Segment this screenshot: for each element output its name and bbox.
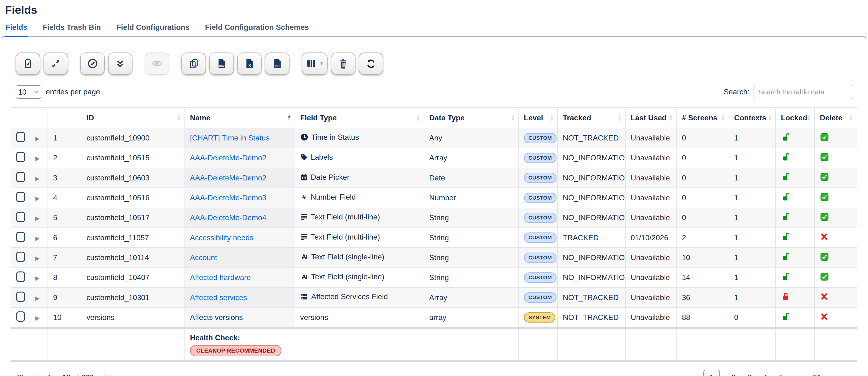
columns-icon <box>306 58 317 69</box>
screens-count-cell: 88 <box>677 307 729 328</box>
field-name-link[interactable]: AAA-DeleteMe-Demo2 <box>190 174 266 182</box>
first-page-button: « <box>673 373 678 376</box>
column-header-contexts[interactable]: Contexts▲▼ <box>729 107 776 128</box>
next-page-button[interactable]: › <box>833 373 835 376</box>
unlocked-icon <box>781 252 790 261</box>
row-expander-icon[interactable]: ▶ <box>35 215 39 221</box>
row-checkbox[interactable] <box>16 132 25 142</box>
page-5-button[interactable]: 5 <box>779 373 783 376</box>
row-expander-icon[interactable]: ▶ <box>35 135 39 142</box>
field-type: Date Picker <box>300 173 349 182</box>
page-2-button[interactable]: 2 <box>731 373 736 376</box>
tab-fields-trash-bin[interactable]: Fields Trash Bin <box>42 22 101 36</box>
level-badge: SYSTEM <box>524 312 556 323</box>
column-header--screens[interactable]: # Screens▲▼ <box>677 107 729 128</box>
field-id-cell: customfield_10114 <box>81 248 185 268</box>
column-label: Delete <box>820 114 842 122</box>
expand-button[interactable] <box>43 53 68 75</box>
field-name-cell: AAA-DeleteMe-Demo2 <box>185 168 295 188</box>
table-row: ▶7customfield_10114AccountAText Field (s… <box>11 248 857 268</box>
tab-field-configurations[interactable]: Field Configurations <box>116 22 190 36</box>
row-expander-icon[interactable]: ▶ <box>35 176 39 182</box>
row-expander-icon[interactable]: ▶ <box>35 295 39 301</box>
delete-cell <box>814 307 857 328</box>
row-select-cell <box>11 228 30 248</box>
row-expander-icon[interactable]: ▶ <box>35 195 39 201</box>
field-name-link[interactable]: AAA-DeleteMe-Demo4 <box>190 213 266 222</box>
columns-button[interactable]: ▼ <box>302 53 328 75</box>
field-name-link[interactable]: Accessibility needs <box>190 233 253 242</box>
page-4-button[interactable]: 4 <box>763 373 768 376</box>
page-1-current-button[interactable]: 1 <box>703 370 720 376</box>
not-deletable-x-icon <box>820 312 829 321</box>
row-number-cell: 6 <box>48 228 81 248</box>
row-expander-icon[interactable]: ▶ <box>35 315 39 321</box>
row-checkbox[interactable] <box>16 192 25 202</box>
row-expander-icon[interactable]: ▶ <box>35 275 39 281</box>
field-type-label: Labels <box>311 153 333 161</box>
level-cell: CUSTOM <box>519 208 558 228</box>
file-excel-icon: X <box>244 58 255 69</box>
row-number-cell: 9 <box>48 287 81 307</box>
page-3-button[interactable]: 3 <box>747 373 751 376</box>
field-type-cell: #Number Field <box>295 188 424 208</box>
last-used-cell: Unavailable <box>625 268 676 287</box>
field-name-link[interactable]: Affected hardware <box>190 273 251 282</box>
row-expander-icon[interactable]: ▶ <box>35 235 39 242</box>
column-header-name[interactable]: Name▲▼ <box>185 107 295 128</box>
chevrons-down-button[interactable] <box>108 53 133 75</box>
column-header-level[interactable]: Level▲▼ <box>519 107 558 128</box>
column-header-locked[interactable]: Locked▲▼ <box>776 107 814 128</box>
copy-button[interactable] <box>181 53 206 75</box>
fields-table: ID▲▼Name▲▼Field Type▲▼Data Type▲▼Level▲▼… <box>11 107 857 362</box>
row-expander-cell: ▶ <box>30 188 48 208</box>
row-checkbox[interactable] <box>16 152 25 162</box>
trash-button[interactable] <box>331 53 355 75</box>
dropdown-caret-icon: ▼ <box>319 61 324 66</box>
row-checkbox[interactable] <box>16 232 25 242</box>
tab-field-configuration-schemes[interactable]: Field Configuration Schemes <box>204 22 309 36</box>
row-expander-icon[interactable]: ▶ <box>35 255 39 261</box>
page-length-select[interactable]: 10 <box>16 85 41 98</box>
page-21-button[interactable]: 21 <box>813 373 821 376</box>
copy-icon <box>188 58 199 69</box>
last-page-button[interactable]: » <box>847 373 851 376</box>
field-name-link[interactable]: Affected services <box>190 293 247 302</box>
file-csv-button[interactable]: CSV <box>209 53 234 75</box>
field-name-link[interactable]: [CHART] Time in Status <box>190 134 269 142</box>
column-header-id[interactable]: ID▲▼ <box>81 107 185 128</box>
column-header-last-used[interactable]: Last Used▲▼ <box>625 107 676 128</box>
field-name-link[interactable]: Account <box>190 253 217 262</box>
row-checkbox[interactable] <box>16 172 25 182</box>
field-type-calendar-icon <box>300 173 308 181</box>
level-badge: CUSTOM <box>524 133 557 143</box>
column-header-delete[interactable]: Delete▲▼ <box>814 107 857 128</box>
file-pdf-button[interactable]: PDF <box>265 53 289 75</box>
row-checkbox[interactable] <box>16 212 25 222</box>
field-name-link[interactable]: AAA-DeleteMe-Demo2 <box>190 154 266 162</box>
file-excel-button[interactable]: X <box>237 53 262 75</box>
row-checkbox[interactable] <box>16 252 25 262</box>
search-input[interactable] <box>753 85 852 99</box>
tracked-cell: NO_INFORMATION <box>557 208 625 228</box>
unlocked-icon <box>781 312 790 321</box>
last-used-cell: Unavailable <box>625 188 676 208</box>
row-checkbox[interactable] <box>16 291 25 302</box>
field-type-services-icon <box>300 292 308 301</box>
field-type-label: versions <box>300 313 328 322</box>
data-type-cell: array <box>424 307 519 328</box>
circle-check-button[interactable] <box>80 53 105 75</box>
tab-fields[interactable]: Fields <box>5 22 28 37</box>
column-header-field-type[interactable]: Field Type▲▼ <box>295 107 424 128</box>
column-header-data-type[interactable]: Data Type▲▼ <box>424 107 519 128</box>
refresh-button[interactable] <box>359 53 383 75</box>
locked-icon <box>781 292 790 301</box>
row-number-cell: 8 <box>48 268 81 287</box>
row-expander-icon[interactable]: ▶ <box>35 155 39 161</box>
column-label: Locked <box>781 114 807 122</box>
select-all-button[interactable] <box>16 53 40 75</box>
row-checkbox[interactable] <box>16 272 25 282</box>
field-name-link[interactable]: AAA-DeleteMe-Demo3 <box>190 193 266 202</box>
column-header-tracked[interactable]: Tracked▲▼ <box>557 107 625 128</box>
row-checkbox[interactable] <box>16 311 25 322</box>
